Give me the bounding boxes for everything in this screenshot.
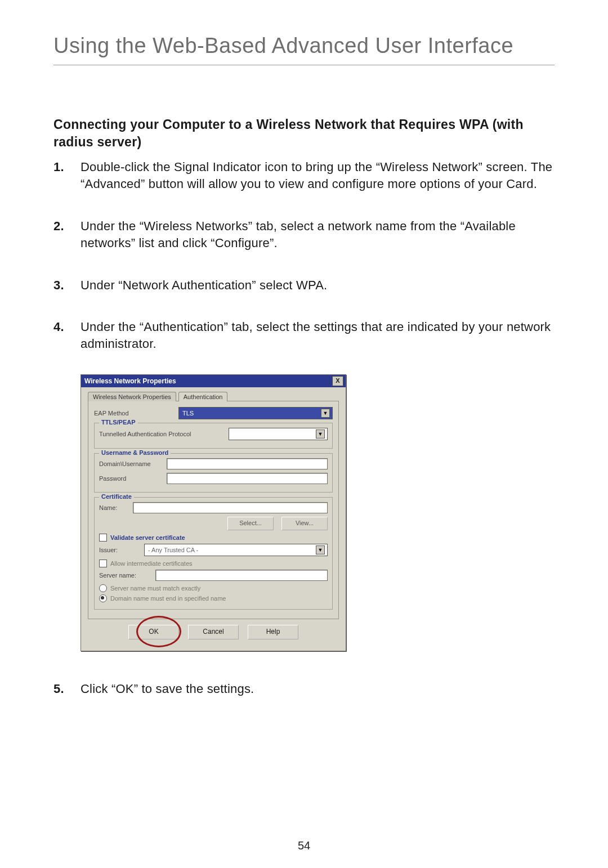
issuer-value: - Any Trusted CA - — [148, 547, 198, 553]
group-username-password: Username & Password Domain\Username Pass… — [94, 453, 333, 493]
radio-match-exactly-label: Server name must match exactly — [110, 585, 200, 592]
group-title-certificate: Certificate — [99, 493, 134, 500]
issuer-select[interactable]: - Any Trusted CA - — [144, 544, 328, 556]
eap-method-row: EAP Method TLS — [94, 407, 333, 419]
step-4: 4. Under the “Authentication” tab, selec… — [53, 319, 555, 353]
group-certificate: Certificate Name: Select... View... Vali… — [94, 497, 333, 610]
step-1: 1. Double-click the Signal Indicator ico… — [53, 159, 555, 193]
radio-icon — [99, 584, 107, 592]
eap-method-label: EAP Method — [94, 410, 178, 417]
document-page: Using the Web-Based Advanced User Interf… — [0, 0, 608, 868]
dialog-title: Wireless Network Properties — [84, 377, 176, 385]
radio-icon — [99, 594, 107, 602]
server-name-input[interactable] — [155, 570, 328, 581]
group-ttls-peap: TTLS/PEAP Tunnelled Authentication Proto… — [94, 423, 333, 449]
checkbox-icon — [99, 560, 107, 567]
radio-match-exactly[interactable]: Server name must match exactly — [99, 584, 328, 592]
step-text: Double-click the Signal Indicator icon t… — [81, 159, 555, 193]
steps-list-continued: 5. Click “OK” to save the settings. — [53, 681, 555, 697]
validate-server-label: Validate server certificate — [110, 534, 185, 541]
tunnel-auth-select[interactable] — [229, 428, 328, 440]
radio-domain-ends[interactable]: Domain name must end in specified name — [99, 594, 328, 602]
validate-server-checkbox[interactable]: Validate server certificate — [99, 534, 328, 542]
step-3: 3. Under “Network Authentication” select… — [53, 277, 555, 294]
server-name-label: Server name: — [99, 572, 155, 579]
eap-method-value: TLS — [182, 410, 194, 417]
step-text: Under the “Authentication” tab, select t… — [81, 319, 555, 353]
select-certificate-button[interactable]: Select... — [227, 517, 274, 530]
embedded-dialog-figure: Wireless Network Properties X Wireless N… — [81, 374, 555, 651]
page-number: 54 — [0, 839, 608, 852]
step-text: Click “OK” to save the settings. — [81, 681, 555, 697]
title-rule — [53, 65, 555, 65]
step-number: 3. — [53, 277, 81, 294]
step-number: 4. — [53, 319, 81, 335]
issuer-label: Issuer: — [99, 547, 144, 553]
step-text: Under the “Wireless Networks” tab, selec… — [81, 218, 555, 252]
certificate-name-input[interactable] — [133, 502, 328, 513]
group-title-userpass: Username & Password — [99, 449, 171, 456]
close-icon[interactable]: X — [332, 376, 343, 386]
tunnel-auth-label: Tunnelled Authentication Protocol — [99, 431, 229, 437]
password-input[interactable] — [167, 473, 328, 484]
dialog-button-row: OK Cancel Help — [88, 619, 339, 645]
wireless-properties-dialog: Wireless Network Properties X Wireless N… — [81, 374, 346, 651]
step-number: 1. — [53, 159, 81, 176]
section-heading: Connecting your Computer to a Wireless N… — [53, 116, 555, 151]
page-title: Using the Web-Based Advanced User Interf… — [53, 34, 555, 58]
ok-button[interactable]: OK — [128, 625, 179, 639]
tab-row: Wireless Network Properties Authenticati… — [88, 392, 339, 401]
steps-list: 1. Double-click the Signal Indicator ico… — [53, 159, 555, 353]
certificate-name-label: Name: — [99, 504, 133, 511]
help-button[interactable]: Help — [248, 625, 298, 639]
domain-username-input[interactable] — [167, 458, 328, 469]
dialog-body: Wireless Network Properties Authenticati… — [81, 387, 346, 651]
step-number: 2. — [53, 218, 81, 235]
auth-panel: EAP Method TLS TTLS/PEAP Tunnelled Authe… — [88, 401, 339, 619]
dialog-titlebar: Wireless Network Properties X — [81, 375, 346, 387]
checkbox-icon — [99, 534, 107, 542]
step-text: Under “Network Authentication” select WP… — [81, 277, 555, 294]
eap-method-select[interactable]: TLS — [178, 407, 333, 419]
step-number: 5. — [53, 681, 81, 697]
cancel-button[interactable]: Cancel — [188, 625, 239, 639]
radio-domain-ends-label: Domain name must end in specified name — [110, 595, 226, 602]
step-2: 2. Under the “Wireless Networks” tab, se… — [53, 218, 555, 252]
group-title-ttls: TTLS/PEAP — [99, 419, 138, 426]
domain-username-label: Domain\Username — [99, 460, 167, 467]
tab-authentication[interactable]: Authentication — [178, 392, 228, 401]
step-5: 5. Click “OK” to save the settings. — [53, 681, 555, 697]
password-label: Password — [99, 475, 167, 482]
allow-intermediate-checkbox[interactable]: Allow intermediate certificates — [99, 560, 328, 567]
tab-properties[interactable]: Wireless Network Properties — [88, 392, 176, 401]
view-certificate-button[interactable]: View... — [281, 517, 328, 530]
allow-intermediate-label: Allow intermediate certificates — [110, 560, 193, 567]
